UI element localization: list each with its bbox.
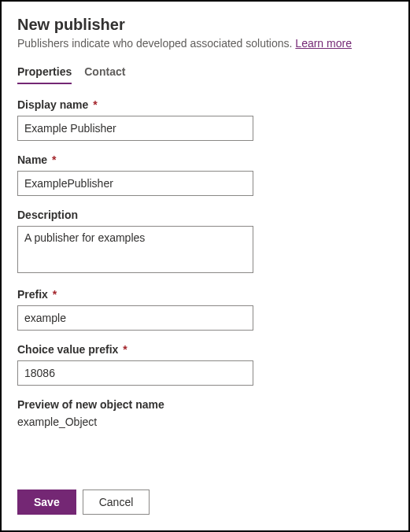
choice-value-prefix-input[interactable] [17, 360, 253, 386]
field-description: Description A publisher for examples [17, 209, 393, 275]
preview-label: Preview of new object name [17, 398, 393, 411]
prefix-label-text: Prefix [17, 288, 48, 301]
choice-value-prefix-label: Choice value prefix * [17, 343, 393, 356]
learn-more-link[interactable]: Learn more [295, 37, 352, 50]
field-display-name: Display name * [17, 98, 393, 141]
subtitle-text: Publishers indicate who developed associ… [17, 37, 295, 50]
display-name-label: Display name * [17, 98, 393, 111]
panel-subtitle: Publishers indicate who developed associ… [17, 37, 393, 50]
new-publisher-panel: New publisher Publishers indicate who de… [0, 0, 410, 532]
panel-title: New publisher [17, 16, 393, 34]
field-choice-value-prefix: Choice value prefix * [17, 343, 393, 386]
preview-value: example_Object [17, 416, 393, 428]
prefix-input[interactable] [17, 305, 253, 331]
name-input[interactable] [17, 171, 253, 196]
required-marker: * [52, 153, 56, 166]
panel-footer: Save Cancel [17, 490, 150, 515]
name-label: Name * [17, 153, 393, 166]
description-label: Description [17, 209, 393, 221]
required-marker: * [53, 288, 57, 301]
display-name-input[interactable] [17, 116, 253, 141]
name-label-text: Name [17, 153, 47, 166]
tab-contact[interactable]: Contact [84, 65, 125, 84]
display-name-label-text: Display name [17, 98, 88, 111]
save-button[interactable]: Save [17, 490, 76, 515]
field-name: Name * [17, 153, 393, 196]
required-marker: * [123, 343, 127, 356]
prefix-label: Prefix * [17, 288, 393, 301]
description-input[interactable]: A publisher for examples [17, 226, 253, 273]
tab-list: Properties Contact [17, 65, 393, 84]
cancel-button[interactable]: Cancel [83, 490, 150, 515]
required-marker: * [93, 98, 97, 111]
tab-properties[interactable]: Properties [17, 65, 72, 84]
choice-value-prefix-label-text: Choice value prefix [17, 343, 118, 356]
field-preview: Preview of new object name example_Objec… [17, 398, 393, 428]
field-prefix: Prefix * [17, 288, 393, 331]
